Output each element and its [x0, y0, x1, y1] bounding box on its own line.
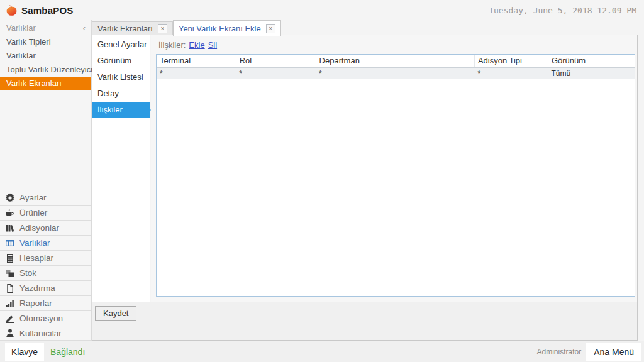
sidebar-title: Varlıklar — [6, 23, 36, 33]
brand: SambaPOS — [5, 4, 73, 17]
sidebar-item-varlik-tipleri[interactable]: Varlık Tipleri — [0, 35, 91, 49]
status-bar: Klavye Bağlandı Administrator Ana Menü — [0, 341, 644, 362]
main-area: Varlık Ekranları × Yeni Varlık Ekranı Ek… — [92, 20, 638, 341]
editor-panel: Genel Ayarlar Görünüm Varlık Listesi Det… — [92, 35, 638, 341]
menu-item-label: Hesaplar — [19, 253, 53, 263]
relations-toolbar: İlişkiler: Ekle Sil — [151, 35, 637, 54]
connection-status: Bağlandı — [50, 347, 85, 357]
table-row[interactable]: * * * * Tümü — [157, 67, 635, 79]
cell-gorunum: Tümü — [548, 67, 635, 79]
sidebar-item-toplu-varlik-duzenleyici[interactable]: Toplu Varlık Düzenleyici — [0, 63, 91, 77]
keyboard-button[interactable]: Klavye — [5, 343, 44, 361]
cell-terminal: * — [157, 67, 236, 79]
column-header-terminal[interactable]: Terminal — [157, 55, 236, 67]
editor-nav-genel-ayarlar[interactable]: Genel Ayarlar — [92, 36, 150, 53]
menu-item-urunler[interactable]: Ürünler — [0, 205, 91, 220]
column-header-departman[interactable]: Departman — [316, 55, 474, 67]
menu-item-label: Adisyonlar — [19, 223, 59, 233]
sambapos-window: SambaPOS Tuesday, June 5, 2018 12.09 PM … — [0, 0, 644, 362]
main-menu-button[interactable]: Ana Menü — [586, 343, 641, 361]
menu-item-otomasyon[interactable]: Otomasyon — [0, 310, 91, 326]
cell-departman: * — [316, 67, 474, 79]
menu-item-label: Yazdırma — [19, 283, 55, 293]
editor-nav-detay[interactable]: Detay — [92, 85, 150, 102]
collapse-chevron-icon[interactable]: ‹ — [83, 23, 86, 33]
sidebar: Varlıklar ‹ Varlık Tipleri Varlıklar Top… — [0, 20, 92, 341]
menu-item-adisyonlar[interactable]: Adisyonlar — [0, 220, 91, 235]
document-icon — [5, 283, 15, 293]
menu-item-label: Kullanıcılar — [19, 329, 62, 338]
user-icon — [5, 328, 15, 338]
tab-label: Varlık Ekranları — [97, 24, 153, 33]
add-relation-link[interactable]: Ekle — [189, 40, 204, 50]
menu-item-stok[interactable]: Stok — [0, 265, 91, 280]
column-header-gorunum[interactable]: Görünüm — [548, 55, 635, 67]
menu-item-label: Stok — [19, 268, 36, 278]
editor-nav-varlik-listesi[interactable]: Varlık Listesi — [92, 69, 150, 85]
brand-name: SambaPOS — [21, 5, 73, 16]
top-bar: SambaPOS Tuesday, June 5, 2018 12.09 PM — [0, 0, 644, 20]
menu-item-label: Varlıklar — [19, 238, 50, 248]
cell-adisyon-tipi: * — [474, 67, 548, 79]
editor-footer: Kaydet — [92, 302, 637, 340]
menu-item-ayarlar[interactable]: Ayarlar — [0, 190, 91, 205]
coffee-icon — [5, 208, 15, 218]
relations-table: Terminal Rol Departman Adisyon Tipi Görü… — [156, 54, 635, 297]
sambapos-logo-icon — [5, 4, 18, 17]
close-icon[interactable]: × — [158, 24, 167, 33]
relations-pane: İlişkiler: Ekle Sil Terminal Rol — [151, 35, 637, 302]
column-header-rol[interactable]: Rol — [236, 55, 316, 67]
tab-varlik-ekranlari[interactable]: Varlık Ekranları × — [92, 21, 173, 35]
module-menu: Ayarlar Ürünler Adisyonlar Varlıklar — [0, 190, 91, 341]
logged-in-user: Administrator — [536, 348, 581, 356]
boxes-icon — [5, 268, 15, 278]
sidebar-header: Varlıklar ‹ — [0, 20, 91, 35]
save-button[interactable]: Kaydet — [95, 306, 136, 321]
sidebar-item-varliklar[interactable]: Varlıklar — [0, 49, 91, 63]
menu-item-label: Raporlar — [19, 299, 52, 308]
sidebar-item-varlik-ekranlari[interactable]: Varlık Ekranları — [0, 77, 91, 90]
calculator-icon — [5, 253, 15, 263]
tab-yeni-varlik-ekrani-ekle[interactable]: Yeni Varlık Ekranı Ekle × — [173, 20, 281, 36]
menu-item-kullanicilar[interactable]: Kullanıcılar — [0, 326, 91, 341]
menu-item-hesaplar[interactable]: Hesaplar — [0, 250, 91, 265]
table-icon — [5, 238, 15, 248]
datetime-display: Tuesday, June 5, 2018 12.09 PM — [489, 6, 636, 15]
menu-item-raporlar[interactable]: Raporlar — [0, 295, 91, 310]
books-icon — [5, 223, 15, 233]
tab-label: Yeni Varlık Ekranı Ekle — [179, 24, 261, 33]
editor-nav: Genel Ayarlar Görünüm Varlık Listesi Det… — [92, 35, 150, 302]
close-icon[interactable]: × — [266, 24, 275, 33]
cell-rol: * — [236, 67, 316, 79]
relations-label: İlişkiler: — [158, 40, 186, 50]
tab-bar: Varlık Ekranları × Yeni Varlık Ekranı Ek… — [92, 20, 281, 35]
gear-icon — [5, 193, 15, 203]
editor-nav-iliskiler[interactable]: İlişkiler — [92, 102, 150, 118]
menu-item-label: Otomasyon — [19, 314, 63, 323]
pencil-icon — [5, 314, 15, 324]
menu-item-label: Ayarlar — [19, 193, 47, 202]
table-header-row: Terminal Rol Departman Adisyon Tipi Görü… — [157, 55, 635, 67]
menu-item-yazdirma[interactable]: Yazdırma — [0, 280, 91, 295]
menu-item-label: Ürünler — [19, 208, 47, 217]
editor-nav-gorunum[interactable]: Görünüm — [92, 53, 150, 69]
menu-item-varliklar[interactable]: Varlıklar — [0, 235, 91, 250]
delete-relation-link[interactable]: Sil — [208, 40, 217, 50]
column-header-adisyon-tipi[interactable]: Adisyon Tipi — [474, 55, 548, 67]
bar-chart-icon — [5, 299, 15, 309]
status-right: Administrator Ana Menü — [536, 343, 644, 361]
